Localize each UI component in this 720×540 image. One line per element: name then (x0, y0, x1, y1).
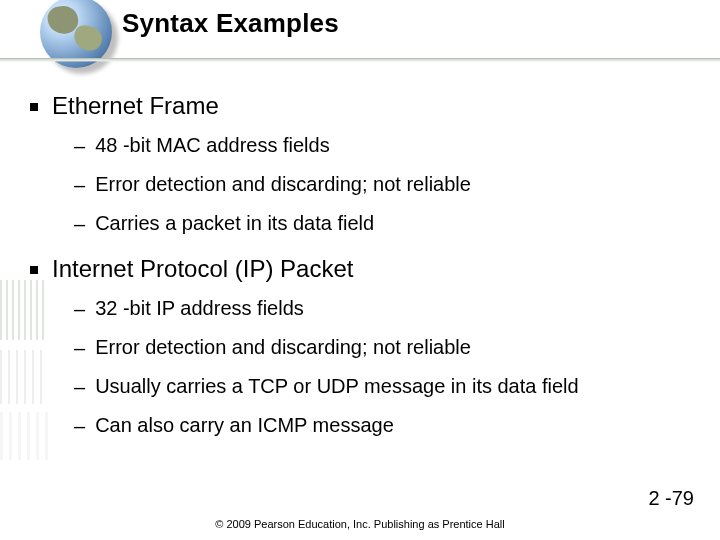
bullet-level2: – Carries a packet in its data field (74, 208, 690, 239)
subbullet-text: Error detection and discarding; not reli… (95, 332, 471, 362)
dash-icon: – (74, 411, 85, 441)
bullet-level1: Internet Protocol (IP) Packet (30, 253, 690, 285)
bullet-dot-icon (30, 266, 38, 274)
subbullet-text: Can also carry an ICMP message (95, 410, 394, 440)
dash-icon: – (74, 131, 85, 161)
content-area: Ethernet Frame – 48 -bit MAC address fie… (30, 86, 690, 441)
subbullet-text: Usually carries a TCP or UDP message in … (95, 371, 579, 401)
bullet-level2: – Can also carry an ICMP message (74, 410, 690, 441)
subbullet-text: Error detection and discarding; not reli… (95, 169, 471, 199)
dash-icon: – (74, 333, 85, 363)
subbullet-text: 48 -bit MAC address fields (95, 130, 330, 160)
title-divider (0, 58, 720, 62)
bullet-level2: – Error detection and discarding; not re… (74, 169, 690, 200)
dash-icon: – (74, 170, 85, 200)
bullet-level2: – 48 -bit MAC address fields (74, 130, 690, 161)
bullet-text: Internet Protocol (IP) Packet (52, 253, 353, 285)
dash-icon: – (74, 294, 85, 324)
bullet-level1: Ethernet Frame (30, 90, 690, 122)
subbullet-text: 32 -bit IP address fields (95, 293, 304, 323)
dash-icon: – (74, 209, 85, 239)
slide-title: Syntax Examples (122, 8, 339, 39)
bullet-level2: – Error detection and discarding; not re… (74, 332, 690, 363)
subbullet-text: Carries a packet in its data field (95, 208, 374, 238)
dash-icon: – (74, 372, 85, 402)
slide: Syntax Examples Ethernet Frame – 48 -bit… (0, 0, 720, 540)
bullet-text: Ethernet Frame (52, 90, 219, 122)
bullet-level2: – Usually carries a TCP or UDP message i… (74, 371, 690, 402)
copyright-text: © 2009 Pearson Education, Inc. Publishin… (0, 518, 720, 530)
page-number: 2 -79 (648, 487, 694, 510)
continent-shape (71, 23, 104, 53)
bullet-level2: – 32 -bit IP address fields (74, 293, 690, 324)
bullet-dot-icon (30, 103, 38, 111)
